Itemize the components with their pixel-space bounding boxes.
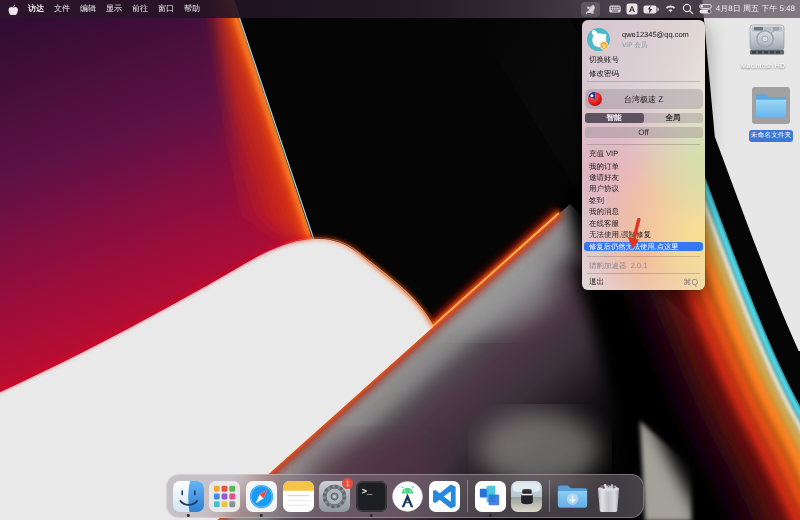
svg-text:A: A (629, 5, 635, 14)
svg-text:V: V (602, 43, 606, 50)
svg-text:>_: >_ (362, 486, 373, 496)
